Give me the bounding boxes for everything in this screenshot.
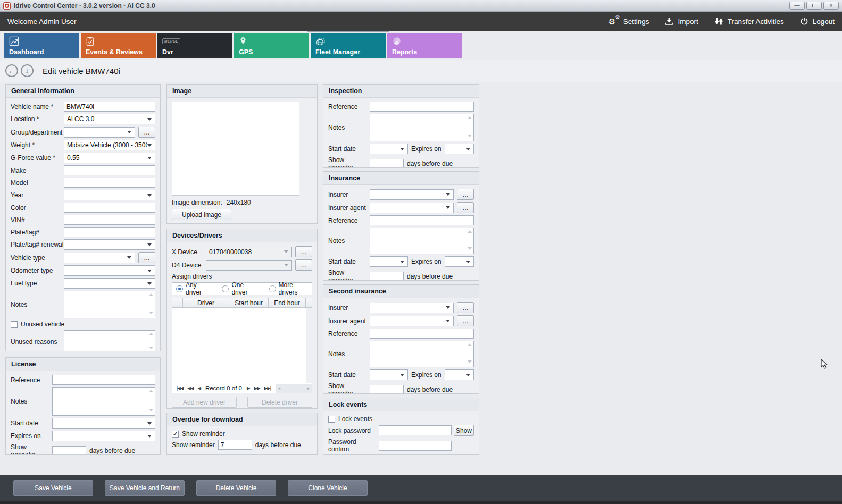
upload-image-button[interactable]: Upload image [172,209,231,220]
inspection-expires-on-select[interactable] [445,144,474,154]
back-button[interactable]: ← [5,64,18,77]
insurance-reference-input[interactable] [370,215,474,225]
logout-button[interactable]: Logout [800,17,835,26]
scroll-right-icon[interactable]: ▸ [307,386,310,391]
fuel-type-select[interactable] [64,278,155,289]
radio-any-driver[interactable]: Any driver [176,281,209,296]
license-expires-on-select[interactable] [52,431,155,441]
nav-next-icon[interactable]: ▶ [245,385,252,391]
tile-reports[interactable]: Reports [387,33,462,58]
horizontal-scrollbar[interactable]: ◂ ▸ [276,384,312,393]
nav-prev-icon[interactable]: ◀ [195,385,203,391]
insurer-agent-select[interactable] [370,203,454,213]
vehicle-type-select[interactable] [64,253,135,263]
inspection-start-date-select[interactable] [370,144,408,154]
vertical-scrollbar[interactable] [306,308,312,383]
maximize-button[interactable] [806,2,822,10]
license-start-date-select[interactable] [52,418,155,429]
lock-events-checkbox[interactable] [328,416,335,423]
nav-last-icon[interactable]: ▶▶| [262,385,273,391]
dropdown-arrow-icon [127,131,131,133]
tile-gps[interactable]: GPS [234,33,309,58]
vehicle-name-input[interactable] [64,102,155,112]
second-insurer-select[interactable] [370,303,454,313]
close-button[interactable]: × [823,2,839,10]
tile-dashboard[interactable]: Dashboard [4,33,79,58]
odometer-type-select[interactable] [64,265,155,276]
save-vehicle-and-return-button[interactable]: Save Vehicle and Return [105,480,185,496]
insurance-reminder-input[interactable] [370,272,404,281]
group-browse-button[interactable]: … [138,127,155,138]
tile-dvr[interactable]: MERGE Dvr [157,33,232,58]
x-device-select[interactable]: 017040000038 [206,247,292,257]
nav-first-icon[interactable]: |◀◀ [174,385,185,391]
transfer-activities-button[interactable]: Transfer Activities [714,17,784,26]
column-header-end-hour[interactable]: End hour [269,298,306,308]
column-header-start-hour[interactable]: Start hour [229,298,269,308]
color-input[interactable] [64,203,155,213]
tile-events-reviews[interactable]: Events & Reviews [81,33,156,58]
insurance-notes-textarea[interactable] [370,228,474,254]
dropdown-arrow-icon [466,374,470,376]
overdue-show-reminder-checkbox[interactable]: ✓ [172,431,179,438]
import-button[interactable]: Import [665,17,698,26]
minimize-button[interactable]: — [789,2,805,10]
insurer-browse-button[interactable]: … [457,189,474,200]
delete-driver-button[interactable]: Delete driver [247,397,312,408]
delete-vehicle-button[interactable]: Delete Vehicle [196,480,276,496]
model-input[interactable] [64,178,155,188]
insurance-start-date-select[interactable] [370,256,408,267]
second-insurer-agent-browse-button[interactable]: … [457,315,474,326]
scroll-left-icon[interactable]: ◂ [278,386,280,391]
second-insurance-notes-textarea[interactable] [370,341,474,367]
panel-title: Second insurance [323,285,479,298]
second-insurer-browse-button[interactable]: … [457,302,474,313]
column-header-driver[interactable]: Driver [183,298,229,308]
group-department-select[interactable] [64,127,135,138]
inspection-reminder-input[interactable] [370,159,404,169]
license-reference-input[interactable] [52,375,155,385]
unused-reasons-textarea[interactable] [64,330,155,351]
insurance-expires-on-select[interactable] [445,256,474,267]
gforce-select[interactable]: 0.55 [64,153,155,163]
d4-device-browse-button[interactable]: … [295,259,312,271]
insurer-select[interactable] [370,189,454,200]
show-password-button[interactable]: Show [454,425,474,436]
weight-select[interactable]: Midsize Vehicle (3000 - 3500 p... [64,140,155,150]
plate-tag-input[interactable] [64,227,155,237]
add-new-driver-button[interactable]: Add new driver [172,397,237,408]
password-confirm-input[interactable] [379,441,452,451]
license-reminder-input[interactable] [52,446,86,455]
nav-next-page-icon[interactable]: ▶▶ [252,385,262,391]
lock-password-input[interactable] [379,425,452,435]
radio-more-drivers[interactable]: More drivers [269,281,308,296]
year-select[interactable] [64,190,155,200]
location-select[interactable]: Al CC 3.0 [64,114,155,124]
plate-renewal-select[interactable] [64,239,155,250]
inspection-notes-textarea[interactable] [370,114,474,141]
nav-prev-page-icon[interactable]: ◀◀ [185,385,195,391]
second-insurance-reminder-input[interactable] [370,385,404,394]
second-insurance-expires-on-select[interactable] [445,369,474,380]
clone-vehicle-button[interactable]: Clone Vehicle [288,480,368,496]
tile-fleet-manager[interactable]: Fleet Manager [311,33,386,58]
d4-device-select[interactable] [206,260,292,271]
unused-vehicle-checkbox[interactable] [11,321,18,328]
collapse-button[interactable]: ↓ [21,64,34,77]
license-notes-textarea[interactable] [52,387,155,416]
insurer-agent-browse-button[interactable]: … [457,202,474,213]
overdue-reminder-input[interactable] [218,440,252,450]
second-insurance-start-date-select[interactable] [370,369,408,380]
general-notes-textarea[interactable] [64,291,155,318]
vin-input[interactable] [64,215,155,225]
settings-button[interactable]: ⚙ ⚙ Settings [608,16,649,26]
radio-one-driver[interactable]: One driver [222,281,256,296]
save-vehicle-button[interactable]: Save Vehicle [13,480,93,496]
x-device-browse-button[interactable]: … [295,246,312,257]
vehicle-type-browse-button[interactable]: … [138,252,155,263]
panel-title: Overdue for download [167,413,317,426]
second-insurer-agent-select[interactable] [370,316,454,326]
make-input[interactable] [64,165,155,175]
inspection-reference-input[interactable] [370,102,474,112]
second-insurance-reference-input[interactable] [370,329,474,339]
